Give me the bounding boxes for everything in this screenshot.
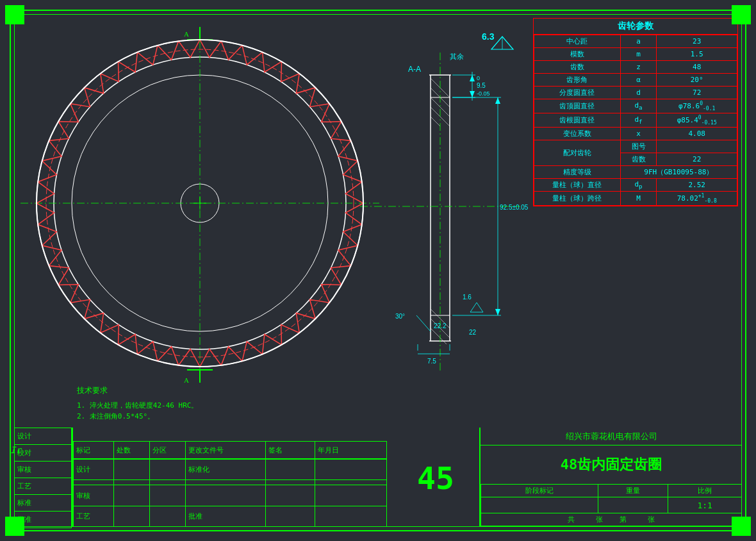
- table-row: 校对: [15, 445, 72, 462]
- tech-req-item-1: 1. 淬火处理，齿轮硬度42-46 HRC。: [77, 400, 198, 412]
- svg-text:6.3: 6.3: [482, 31, 495, 42]
- table-row: 齿数 z 48: [534, 61, 737, 74]
- table-row: 量柱（球）直径 dp 2.52: [534, 178, 737, 191]
- svg-text:22: 22: [469, 329, 477, 336]
- table-row: 精度等级 9FH（GB10095-88）: [534, 165, 737, 178]
- svg-text:0: 0: [477, 75, 480, 81]
- table-row: 变位系数 x 4.08: [534, 127, 737, 140]
- ir-text: Ir: [10, 445, 21, 455]
- table-row: 齿顶圆直径 da φ78.60-0.1: [534, 99, 737, 113]
- tech-requirements: 技术要求 1. 淬火处理，齿轮硬度42-46 HRC。 2. 未注倒角0.5*4…: [77, 385, 198, 422]
- table-row: 配对齿轮 图号: [534, 140, 737, 153]
- svg-text:30°: 30°: [395, 313, 405, 320]
- svg-line-19: [431, 117, 440, 126]
- main-drawing: A-A 9.5 -0.05 0 92.5±0.05 30° 1.6 7.5: [14, 14, 539, 392]
- info-table: 标记 处数 分区 更改文件号 签名 年月日: [73, 441, 387, 459]
- table-row: 中心距 a 23: [534, 35, 737, 48]
- table-row: 审核: [74, 485, 387, 506]
- corner-bracket-br: [732, 517, 751, 536]
- svg-marker-37: [495, 309, 500, 315]
- svg-text:22.2: 22.2: [434, 322, 447, 329]
- svg-text:92.5±0.05: 92.5±0.05: [500, 204, 529, 211]
- gear-params-table: 齿轮参数 中心距 a 23 模数 m 1.5 齿数 z 48 齿形角 α 20°…: [533, 18, 738, 206]
- info-table-rows: 设计 标准化 审核 工艺 批准: [73, 459, 387, 527]
- table-row: [74, 480, 387, 485]
- svg-text:7.5: 7.5: [427, 358, 436, 365]
- svg-text:1.6: 1.6: [463, 294, 472, 301]
- corner-bracket-tr: [732, 5, 751, 24]
- material-number: 45: [397, 460, 474, 496]
- table-row: 共 张 第 张: [481, 513, 742, 526]
- svg-line-40: [416, 315, 431, 331]
- table-row: 分度圆直径 d 72: [534, 87, 737, 99]
- table-row: 工艺: [15, 478, 72, 495]
- signature-block: 设计 校对 审核 工艺 标准 批准: [14, 428, 73, 527]
- table-row: 审核: [15, 462, 72, 478]
- svg-text:9.5: 9.5: [477, 82, 486, 89]
- company-name: 绍兴市蓉花机电有限公司: [481, 428, 742, 445]
- tech-req-title: 技术要求: [77, 385, 198, 397]
- svg-marker-36: [495, 97, 500, 104]
- table-row: 齿根圆直径 df φ85.40-0.15: [534, 113, 737, 127]
- svg-marker-28: [470, 75, 475, 81]
- table-row: 1:1: [481, 497, 742, 513]
- svg-line-22: [431, 328, 447, 344]
- tech-req-item-2: 2. 未注倒角0.5*45°。: [77, 411, 198, 422]
- table-row: 量柱（球）跨径 M 78.02+1-0.8: [534, 191, 737, 205]
- table-row: 标准: [15, 495, 72, 512]
- company-block: 绍兴市蓉花机电有限公司 48齿内固定齿圈 阶段标记 重量 比例 1:1 共 张 …: [479, 428, 742, 527]
- table-row: 设计 标准化: [74, 460, 387, 480]
- svg-text:A: A: [184, 30, 189, 38]
- scale-table: 阶段标记 重量 比例 1:1 共 张 第 张: [481, 484, 742, 526]
- svg-marker-42: [470, 303, 483, 312]
- table-row: 标记 处数 分区 更改文件号 签名 年月日: [74, 442, 387, 459]
- table-row: 工艺 批准: [74, 506, 387, 526]
- svg-text:A: A: [184, 376, 189, 384]
- corner-bracket-bl: [5, 517, 24, 536]
- corner-bracket-tl: [5, 5, 24, 24]
- gear-params-title: 齿轮参数: [534, 19, 737, 35]
- drawing-title: 48齿内固定齿圈: [481, 445, 742, 484]
- svg-text:-0.05: -0.05: [477, 90, 490, 97]
- svg-text:A-A: A-A: [408, 65, 421, 74]
- table-row: 设计: [15, 428, 72, 445]
- svg-text:其余: 其余: [450, 53, 464, 60]
- svg-marker-29: [470, 91, 475, 97]
- table-row: 齿形角 α 20°: [534, 74, 737, 87]
- table-row: 阶段标记 重量 比例: [481, 485, 742, 497]
- table-row: 模数 m 1.5: [534, 48, 737, 61]
